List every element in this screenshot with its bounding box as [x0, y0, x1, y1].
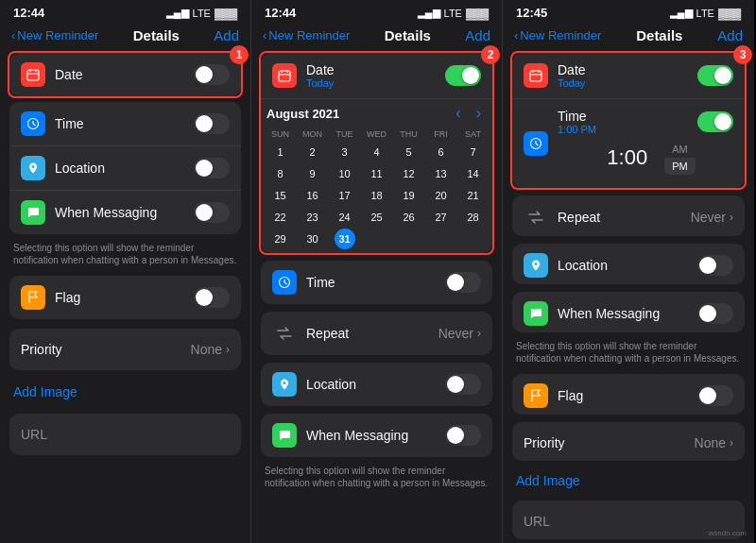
cal-day-15[interactable]: 15 [270, 185, 291, 206]
flag-item-1[interactable]: Flag [9, 276, 241, 319]
date-section-1: Date [9, 53, 241, 96]
time-item-3[interactable]: Time 1:00 PM 1:00 AM PM [512, 99, 745, 188]
messaging-toggle-1[interactable] [194, 202, 230, 223]
time-label-3: Time [558, 109, 596, 124]
back-button-1[interactable]: ‹ New Reminder [11, 28, 98, 42]
location-toggle-1[interactable] [194, 158, 230, 178]
repeat-item-3[interactable]: Repeat Never › [512, 195, 745, 236]
cal-day-17[interactable]: 17 [335, 185, 355, 206]
status-bar-1: 12:44 ▂▄▆ LTE ▓▓▓ [0, 0, 250, 24]
cal-next[interactable]: › [471, 105, 487, 122]
cal-day-23[interactable]: 23 [302, 207, 323, 228]
location-item-1[interactable]: Location [9, 146, 241, 191]
time-toggle-2[interactable] [445, 272, 481, 293]
cal-day-8[interactable]: 8 [270, 163, 291, 184]
repeat-icon-3 [524, 205, 548, 229]
time-section-2: Time [261, 261, 492, 304]
cal-day-28[interactable]: 28 [463, 207, 484, 228]
priority-item-1[interactable]: Priority None › [9, 329, 241, 370]
cal-day-5[interactable]: 5 [399, 142, 420, 162]
time-toggle-3[interactable] [697, 111, 733, 132]
cal-day-24[interactable]: 24 [335, 207, 355, 228]
location-label-1: Location [55, 161, 194, 176]
location-item-3[interactable]: Location [512, 244, 745, 284]
messaging-label-3: When Messaging [558, 306, 697, 321]
cal-day-16[interactable]: 16 [302, 185, 323, 206]
add-button-2[interactable]: Add [465, 27, 490, 43]
cal-day-2[interactable]: 2 [302, 142, 323, 162]
cal-day-30[interactable]: 30 [302, 229, 323, 249]
cal-day-12[interactable]: 12 [399, 163, 420, 184]
location-toggle-3[interactable] [697, 255, 733, 276]
messaging-item-1[interactable]: When Messaging [9, 191, 241, 234]
panel-2: 12:44 ▂▄▆ LTE ▓▓▓ ‹ New Reminder Details… [251, 0, 503, 543]
flag-toggle-1[interactable] [194, 287, 230, 308]
messaging-item-3[interactable]: When Messaging [512, 292, 745, 332]
priority-section-3: Priority None › [512, 422, 745, 461]
pm-button-3[interactable]: PM [664, 158, 696, 175]
add-image-button-3[interactable]: Add Image [516, 473, 580, 488]
cal-header: August 2021 ‹ › [265, 105, 489, 122]
cal-day-27[interactable]: 27 [431, 207, 452, 228]
time-item-1[interactable]: Time [9, 102, 241, 146]
status-time-1: 12:44 [13, 6, 44, 20]
date-toggle-1[interactable] [194, 64, 230, 85]
date-item-1[interactable]: Date [9, 53, 241, 96]
cal-day-18[interactable]: 18 [367, 185, 387, 206]
location-icon-2 [272, 372, 297, 397]
cal-day-19[interactable]: 19 [399, 185, 420, 206]
messaging-item-2[interactable]: When Messaging [261, 414, 492, 457]
cal-day-21[interactable]: 21 [463, 185, 484, 206]
url-item-1[interactable]: URL [9, 414, 241, 455]
time-icon-3 [524, 131, 548, 156]
date-toggle-2[interactable] [445, 65, 481, 86]
status-icons-2: ▂▄▆ LTE ▓▓▓ [418, 7, 489, 19]
date-toggle-3[interactable] [697, 65, 733, 86]
add-image-button-1[interactable]: Add Image [13, 384, 77, 399]
cal-day-14[interactable]: 14 [463, 163, 484, 184]
time-label-1: Time [55, 116, 194, 131]
cal-sat: SAT [457, 127, 489, 141]
cal-day-3[interactable]: 3 [335, 142, 355, 162]
cal-day-4[interactable]: 4 [367, 142, 387, 162]
location-icon-3 [524, 253, 548, 278]
cal-day-31[interactable]: 31 [335, 229, 355, 249]
nav-title-2: Details [385, 27, 431, 43]
cal-day-13[interactable]: 13 [431, 163, 452, 184]
add-button-3[interactable]: Add [717, 27, 743, 43]
cal-day-26[interactable]: 26 [399, 207, 420, 228]
flag-toggle-3[interactable] [697, 385, 733, 406]
cal-day-6[interactable]: 6 [431, 142, 452, 162]
cal-day-9[interactable]: 9 [302, 163, 323, 184]
time-number-3[interactable]: 1:00 [595, 142, 659, 174]
location-item-2[interactable]: Location [261, 363, 492, 406]
cal-day-7[interactable]: 7 [463, 142, 484, 162]
cal-day-25[interactable]: 25 [367, 207, 387, 228]
date-item-2[interactable]: Date Today [261, 53, 492, 99]
cal-sun: SUN [265, 127, 296, 141]
cal-day-22[interactable]: 22 [270, 207, 291, 228]
messaging-toggle-2[interactable] [445, 425, 481, 446]
cal-day-11[interactable]: 11 [367, 163, 387, 184]
time-icon-1 [21, 111, 45, 136]
am-button-3[interactable]: AM [664, 141, 696, 158]
cal-day-10[interactable]: 10 [335, 163, 355, 184]
repeat-item-2[interactable]: Repeat Never › [261, 312, 492, 355]
cal-prev[interactable]: ‹ [450, 105, 466, 122]
cal-day-20[interactable]: 20 [431, 185, 452, 206]
flag-item-3[interactable]: Flag [512, 374, 745, 415]
cal-day-1[interactable]: 1 [270, 142, 291, 162]
signal-icon-3: ▂▄▆ [670, 7, 693, 19]
flag-icon-3 [524, 383, 548, 408]
add-button-1[interactable]: Add [214, 27, 239, 43]
location-toggle-2[interactable] [445, 374, 481, 395]
time-item-2[interactable]: Time [261, 261, 492, 304]
messaging-toggle-3[interactable] [697, 303, 733, 324]
back-button-2[interactable]: ‹ New Reminder [263, 28, 350, 42]
date-item-3[interactable]: Date Today [512, 53, 745, 99]
priority-item-3[interactable]: Priority None › [512, 422, 745, 461]
location-section-3: Location [512, 244, 745, 284]
back-button-3[interactable]: ‹ New Reminder [514, 28, 601, 42]
time-toggle-1[interactable] [194, 113, 230, 134]
cal-day-29[interactable]: 29 [270, 229, 291, 249]
